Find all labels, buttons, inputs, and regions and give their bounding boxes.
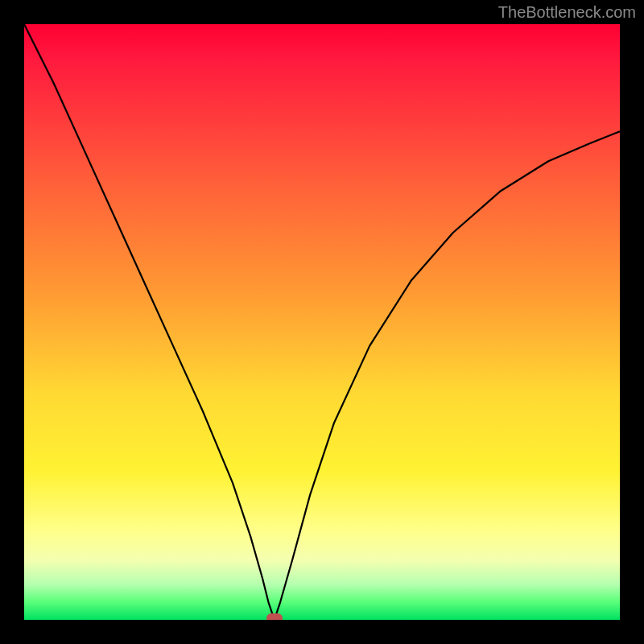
plot-area <box>24 24 620 620</box>
watermark-text: TheBottleneck.com <box>498 3 636 22</box>
curve-svg <box>24 24 620 620</box>
chart-frame: TheBottleneck.com <box>0 0 644 644</box>
optimum-marker <box>266 613 283 620</box>
bottleneck-curve <box>24 24 620 620</box>
